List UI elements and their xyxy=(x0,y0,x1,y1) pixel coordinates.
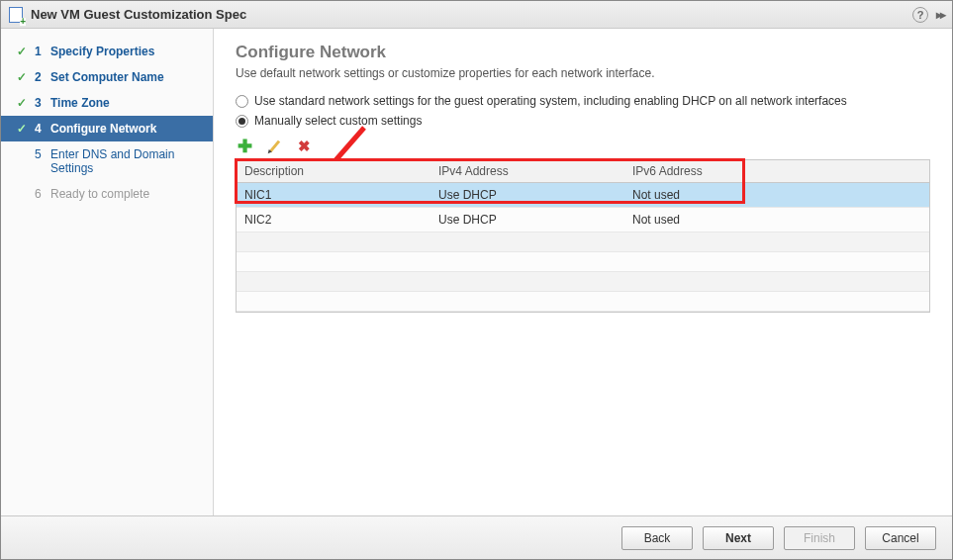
col-ipv4[interactable]: IPv4 Address xyxy=(430,160,624,183)
table-row-empty xyxy=(237,272,929,292)
cell-ipv6: Not used xyxy=(624,208,929,233)
add-nic-button[interactable]: ✚ xyxy=(236,138,253,155)
cancel-button[interactable]: Cancel xyxy=(865,526,936,550)
wizard-footer: Back Next Finish Cancel xyxy=(1,515,952,559)
check-icon xyxy=(15,70,29,84)
page-title: Configure Network xyxy=(236,43,930,62)
step-set-computer-name[interactable]: 2 Set Computer Name xyxy=(1,64,213,90)
radio-manual-row[interactable]: Manually select custom settings xyxy=(236,114,930,128)
titlebar: New VM Guest Customization Spec ? ▸▸ xyxy=(1,1,952,29)
delete-nic-button[interactable]: ✖ xyxy=(295,138,313,155)
step-specify-properties[interactable]: 1 Specify Properties xyxy=(1,39,213,64)
step-enter-dns-domain[interactable]: 5 Enter DNS and Domain Settings xyxy=(1,141,213,181)
new-doc-icon xyxy=(9,7,23,23)
cell-ipv4: Use DHCP xyxy=(430,183,624,208)
col-description[interactable]: Description xyxy=(237,160,430,183)
radio-manual-label: Manually select custom settings xyxy=(254,114,422,128)
radio-standard[interactable] xyxy=(236,95,248,108)
wizard-body: 1 Specify Properties 2 Set Computer Name… xyxy=(1,29,952,515)
pencil-icon xyxy=(268,140,279,153)
radio-manual[interactable] xyxy=(236,115,248,128)
x-icon: ✖ xyxy=(298,138,311,155)
check-icon xyxy=(15,45,29,58)
back-button[interactable]: Back xyxy=(621,526,693,550)
table-row[interactable]: NIC2 Use DHCP Not used xyxy=(237,208,929,233)
edit-nic-button[interactable] xyxy=(265,138,283,155)
page-subtitle: Use default network settings or customiz… xyxy=(236,66,930,80)
cell-desc: NIC1 xyxy=(237,183,430,208)
table-row[interactable]: NIC1 Use DHCP Not used xyxy=(237,183,929,208)
cell-desc: NIC2 xyxy=(237,208,430,233)
table-row-empty xyxy=(237,252,929,272)
wizard-steps: 1 Specify Properties 2 Set Computer Name… xyxy=(1,29,214,515)
plus-icon: ✚ xyxy=(238,140,252,153)
table-row-empty xyxy=(237,292,929,312)
step-time-zone[interactable]: 3 Time Zone xyxy=(1,90,213,116)
window-title: New VM Guest Customization Spec xyxy=(31,7,246,22)
nic-table[interactable]: Description IPv4 Address IPv6 Address NI… xyxy=(237,160,929,312)
help-icon[interactable]: ? xyxy=(912,7,928,23)
collapse-icon[interactable]: ▸▸ xyxy=(936,8,944,22)
step-ready-to-complete: 6 Ready to complete xyxy=(1,181,213,207)
nic-table-wrap: Description IPv4 Address IPv6 Address NI… xyxy=(236,159,930,313)
wizard-main: Configure Network Use default network se… xyxy=(214,29,952,515)
cell-ipv6: Not used xyxy=(624,183,929,208)
step-configure-network[interactable]: 4 Configure Network xyxy=(1,116,213,141)
wizard-window: New VM Guest Customization Spec ? ▸▸ 1 S… xyxy=(0,0,953,560)
radio-standard-label: Use standard network settings for the gu… xyxy=(254,94,847,108)
radio-standard-row[interactable]: Use standard network settings for the gu… xyxy=(236,94,930,108)
table-row-empty xyxy=(237,233,929,252)
check-icon xyxy=(15,96,29,110)
next-button[interactable]: Next xyxy=(703,526,774,550)
nic-toolbar: ✚ ✖ xyxy=(236,138,930,155)
check-icon xyxy=(15,122,29,136)
col-ipv6[interactable]: IPv6 Address xyxy=(624,160,929,183)
finish-button: Finish xyxy=(784,526,855,550)
cell-ipv4: Use DHCP xyxy=(430,208,624,233)
